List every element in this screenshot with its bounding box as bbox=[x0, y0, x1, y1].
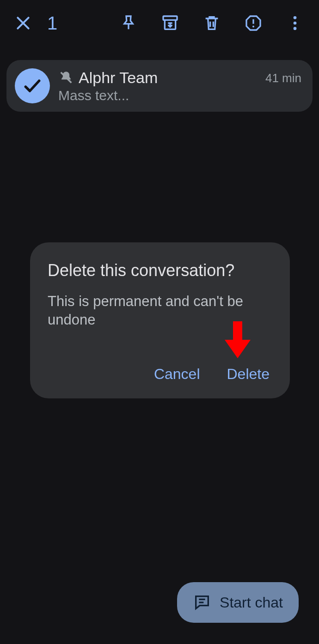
delete-dialog: Delete this conversation? This is perman… bbox=[30, 242, 290, 398]
svg-point-10 bbox=[294, 27, 297, 30]
toolbar-left: 1 bbox=[5, 12, 57, 34]
svg-point-9 bbox=[294, 22, 297, 25]
conversation-preview: Mass text... bbox=[58, 88, 257, 103]
dialog-actions: Cancel Delete bbox=[48, 366, 272, 385]
conversation-title-line: Alphr Team bbox=[58, 69, 257, 87]
delete-icon[interactable] bbox=[201, 12, 223, 34]
mute-icon bbox=[58, 70, 74, 85]
chat-icon bbox=[193, 593, 211, 612]
dialog-title: Delete this conversation? bbox=[48, 261, 272, 280]
conversation-main: Alphr Team Mass text... bbox=[58, 69, 257, 103]
archive-icon[interactable] bbox=[159, 12, 181, 34]
block-icon[interactable] bbox=[242, 12, 264, 34]
selection-toolbar: 1 bbox=[0, 0, 319, 46]
dialog-body: This is permanent and can't be undone bbox=[48, 292, 272, 330]
conversation-time: 41 min bbox=[265, 71, 301, 85]
svg-rect-2 bbox=[163, 16, 177, 20]
selected-check-icon bbox=[15, 68, 50, 103]
delete-button[interactable]: Delete bbox=[227, 366, 270, 383]
pin-icon[interactable] bbox=[117, 12, 140, 34]
cancel-button[interactable]: Cancel bbox=[154, 366, 200, 383]
close-icon[interactable] bbox=[12, 12, 34, 34]
selection-count: 1 bbox=[47, 13, 57, 34]
svg-point-7 bbox=[252, 26, 254, 28]
fab-label: Start chat bbox=[220, 594, 283, 611]
toolbar-actions bbox=[117, 12, 314, 34]
conversation-title: Alphr Team bbox=[79, 69, 158, 87]
conversation-row[interactable]: Alphr Team Mass text... 41 min bbox=[6, 60, 313, 112]
start-chat-button[interactable]: Start chat bbox=[177, 582, 299, 623]
svg-point-8 bbox=[294, 16, 297, 19]
more-icon[interactable] bbox=[284, 12, 306, 34]
